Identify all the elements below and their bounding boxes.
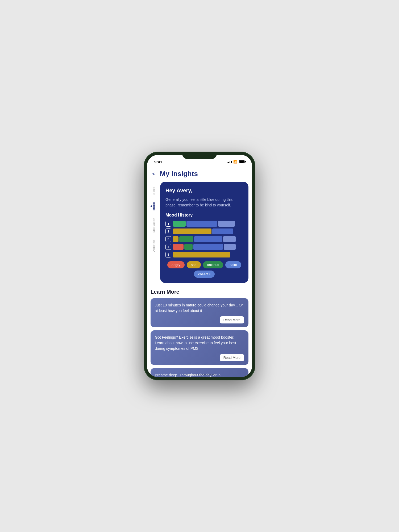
mood-history-rows: 1 2	[165, 221, 243, 257]
row-num-3: 3	[165, 236, 171, 242]
status-time: 9:41	[154, 160, 162, 164]
phone-frame: 9:41 📶 < My Insights	[144, 152, 255, 380]
tag-angry[interactable]: angry	[167, 261, 185, 268]
row-num-4: 4	[165, 244, 171, 250]
tab-mood[interactable]: Mood	[151, 198, 156, 214]
bar-seg	[223, 236, 236, 242]
read-more-row-1: Read More	[155, 316, 244, 323]
bar-seg	[173, 228, 211, 234]
bar-seg	[173, 236, 178, 242]
bar-seg	[218, 221, 235, 227]
mood-row-1: 1	[165, 221, 243, 227]
bar-seg	[173, 244, 184, 250]
bar-container-4	[173, 244, 243, 250]
row-num-1: 1	[165, 221, 171, 227]
card-description: Generally you feel a little blue during …	[165, 197, 243, 208]
read-more-row-2: Read More	[155, 354, 244, 361]
tag-anxious[interactable]: anxious	[203, 261, 223, 268]
signal-icon	[227, 160, 232, 163]
bar-seg	[179, 236, 193, 242]
tag-cheerful[interactable]: cheerful	[194, 271, 215, 278]
page-title: My Insights	[160, 170, 198, 178]
bar-seg	[193, 244, 223, 250]
phone-screen: 9:41 📶 < My Insights	[147, 155, 252, 377]
mood-row-4: 4	[165, 244, 243, 250]
screen-content: < My Insights Sleep Mood Motivation Appe…	[147, 167, 252, 377]
battery-icon	[239, 160, 245, 163]
bar-container-2	[173, 228, 243, 234]
tab-motivation[interactable]: Motivation	[151, 214, 156, 236]
article-text-3: Breathe deep. Throughout the day, or in.…	[155, 372, 244, 377]
article-text-1: Just 10 minutes in nature could change y…	[155, 302, 244, 314]
mood-tags: angry sad anxious calm cheerful	[165, 261, 243, 278]
article-card-1: Just 10 minutes in nature could change y…	[151, 298, 248, 327]
side-tabs: Sleep Mood Motivation Appetite	[149, 180, 159, 285]
mood-row-5: 5	[165, 252, 243, 257]
insights-card: Hey Avery, Generally you feel a little b…	[160, 182, 248, 283]
notch	[182, 152, 217, 159]
article-card-2: Got Feelings? Exercise is a great mood b…	[151, 330, 248, 365]
tag-calm[interactable]: calm	[225, 261, 241, 268]
bar-container-5	[173, 252, 243, 257]
bar-seg	[212, 228, 233, 234]
mood-row-2: 2	[165, 228, 243, 234]
mood-history-title: Mood History	[165, 213, 243, 218]
tab-appetite[interactable]: Appetite	[151, 236, 156, 255]
read-more-button-1[interactable]: Read More	[220, 316, 244, 323]
bar-seg	[184, 244, 193, 250]
status-icons: 📶	[227, 160, 245, 164]
main-area: Sleep Mood Motivation Appetite Hey Avery…	[147, 180, 252, 285]
learn-more-section: Learn More Just 10 minutes in nature cou…	[147, 285, 252, 377]
learn-more-title: Learn More	[151, 289, 248, 295]
wifi-icon: 📶	[233, 160, 237, 164]
article-text-2: Got Feelings? Exercise is a great mood b…	[155, 335, 244, 351]
back-button[interactable]: <	[152, 171, 156, 177]
bar-seg	[186, 221, 217, 227]
article-card-3: Breathe deep. Throughout the day, or in.…	[151, 368, 248, 377]
card-greeting: Hey Avery,	[165, 188, 243, 194]
read-more-button-2[interactable]: Read More	[220, 354, 244, 361]
bar-container-3	[173, 236, 243, 242]
bar-seg	[173, 221, 186, 227]
bar-seg	[173, 252, 230, 257]
bar-container-1	[173, 221, 243, 227]
row-num-5: 5	[165, 252, 171, 257]
header: < My Insights	[147, 167, 252, 180]
tag-sad[interactable]: sad	[187, 261, 201, 268]
row-num-2: 2	[165, 228, 171, 234]
mood-row-3: 3	[165, 236, 243, 242]
bar-seg	[224, 244, 236, 250]
tab-sleep[interactable]: Sleep	[151, 183, 156, 198]
bar-seg	[194, 236, 222, 242]
